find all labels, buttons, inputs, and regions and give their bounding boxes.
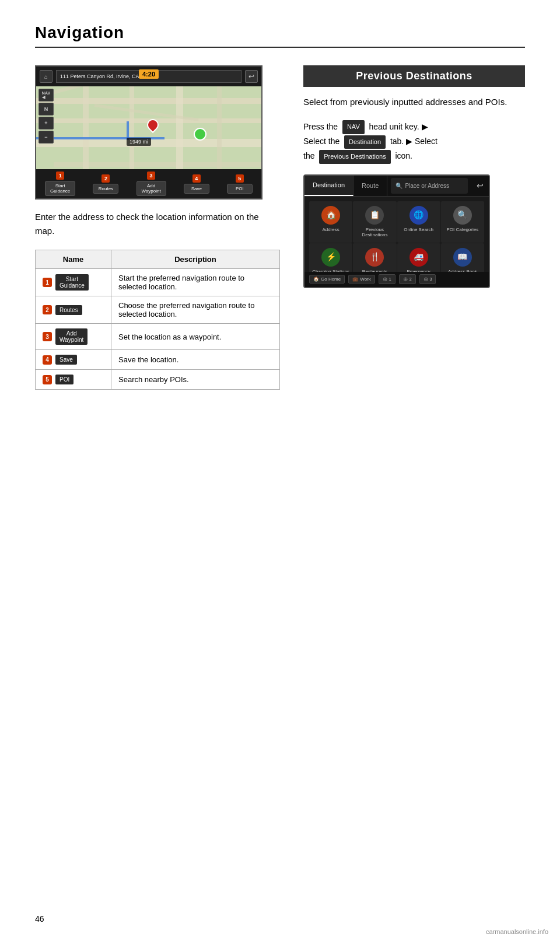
map-description: Enter the address to check the location … [35,210,280,238]
nav-icons-grid: 🏠 Address 📋 Previous Destinations 🌐 Onli… [304,197,489,284]
table-cell-desc-4: Save the location. [111,350,280,370]
right-column: Previous Destinations Select from previo… [303,65,525,288]
map-left-controls: NAV◀ N + − [38,89,54,144]
badge-number-3: 3 [43,332,52,341]
badge-number-4: 4 [43,355,52,365]
page-number: 46 [35,914,44,923]
table-header-description: Description [111,250,280,269]
instruction-select-prev-after: icon. [395,151,412,160]
nav-icon-online-search[interactable]: 🌐 Online Search [397,201,440,243]
previous-destinations-icon: 📋 [365,206,384,225]
nav-tab-destination[interactable]: Destination [304,176,354,196]
address-icon: 🏠 [321,206,340,225]
nav-search-bar[interactable]: 🔍 Place or Address [391,178,468,194]
nav-add-button-2[interactable]: ⊕ 2 [399,274,416,284]
poi-categories-label: POI Categories [447,227,479,233]
map-location-marker [147,119,159,134]
map-poi-btn[interactable]: 5 POI [227,174,253,194]
table-badge-5: 5 POI [43,375,104,384]
btn-tag-5: POI [55,375,74,384]
badge-number-1: 1 [43,278,52,287]
table-badge-2: 2 Routes [43,305,104,315]
table-cell-name-3: 3 AddWaypoint [36,324,111,350]
nav-badge: NAV [342,120,365,134]
table-badge-3: 3 AddWaypoint [43,328,104,345]
restaurants-icon: 🍴 [365,248,384,267]
instruction-text-1: Press the NAV head unit key. ▶ Select th… [303,120,525,164]
table-cell-desc-1: Start the preferred navigation route to … [111,269,280,296]
address-icon-label: Address [322,227,339,233]
map-destination-dot [194,128,206,141]
section-title: Previous Destinations [303,65,525,87]
nav-search-icon: 🔍 [396,183,402,189]
map-routes-btn[interactable]: 2 Routes [93,174,118,194]
page-header: Navigation [35,23,525,48]
instruction-press-nav-after: head unit key. ▶ [369,122,428,131]
nav-tab-route[interactable]: Route [354,176,387,196]
nav-add-button-3[interactable]: ⊕ 3 [419,274,436,284]
btn-tag-3: AddWaypoint [55,328,88,345]
left-column: ⌂ 111 Peters Canyon Rd, Irvine, CA 92606… [35,65,280,390]
nav-icon-poi-categories[interactable]: 🔍 POI Categories [441,201,484,243]
map-time-display: 4:20 [139,69,159,79]
nav-bottom-bar: 🏠 Go Home 💼 Work ⊕ 1 ⊕ 2 [304,272,489,287]
table-cell-desc-2: Choose the preferred navigation route to… [111,296,280,324]
prev-destinations-badge: Previous Destinations [319,150,390,164]
previous-dest-label: Previous Destinations [355,227,394,238]
btn-tag-2: Routes [55,305,82,315]
map-home-icon: ⌂ [40,70,52,83]
map-pin [145,117,161,133]
nav-work-button[interactable]: 💼 Work [348,275,375,284]
table-cell-desc-3: Set the location as a waypoint. [111,324,280,350]
map-addwaypoint-btn[interactable]: 3 AddWaypoint [136,172,166,196]
nav-add-button-1[interactable]: ⊕ 1 [379,274,396,284]
info-table: Name Description 1 StartGuidance Start t… [35,250,280,390]
table-cell-name-4: 4 Save [36,350,111,370]
destination-badge: Destination [344,135,386,149]
badge-number-5: 5 [43,375,52,384]
instruction-press-nav-before: Press the [303,122,338,131]
table-badge-1: 1 StartGuidance [43,274,104,291]
poi-categories-icon: 🔍 [453,206,472,225]
intro-text: Select from previously inputted addresse… [303,95,525,109]
table-header-name: Name [36,250,111,269]
map-plus-button[interactable]: + [38,117,54,130]
map-save-btn[interactable]: 4 Save [184,174,209,194]
nav-back-button[interactable]: ↩ [471,176,489,196]
nav-icon-address[interactable]: 🏠 Address [309,201,352,243]
table-row: 1 StartGuidance Start the preferred navi… [36,269,280,296]
map-nav-button[interactable]: NAV◀ [38,89,54,102]
table-badge-4: 4 Save [43,355,104,365]
nav-go-home-button[interactable]: 🏠 Go Home [309,275,345,284]
table-row: 5 POI Search nearby POIs. [36,370,280,390]
table-cell-name-2: 2 Routes [36,296,111,324]
map-minus-button[interactable]: − [38,131,54,144]
nav-screen-tabs: Destination Route 🔍 Place or Address ↩ [304,176,489,197]
table-cell-name-5: 5 POI [36,370,111,390]
table-row: 4 Save Save the location. [36,350,280,370]
charging-stations-icon: ⚡ [321,248,340,267]
table-cell-desc-5: Search nearby POIs. [111,370,280,390]
nav-icon-previous-dest[interactable]: 📋 Previous Destinations [353,201,396,243]
page-title: Navigation [35,23,124,41]
table-row: 3 AddWaypoint Set the location as a wayp… [36,324,280,350]
table-cell-name-1: 1 StartGuidance [36,269,111,296]
watermark: carmanualsonline.info [486,928,548,935]
map-container: ⌂ 111 Peters Canyon Rd, Irvine, CA 92606… [35,65,262,200]
map-bottom-bar: 1 StartGuidance 2 Routes 3 AddWaypoint 4… [36,169,261,198]
map-n-button[interactable]: N [38,103,54,116]
map-back-button[interactable]: ↩ [245,70,258,83]
instruction-select-dest-after: tab. ▶ Select [390,137,438,146]
badge-number-2: 2 [43,305,52,314]
nav-screen-image: Destination Route 🔍 Place or Address ↩ 🏠 [303,174,490,288]
nav-search-text: Place or Address [405,183,449,189]
instruction-select-dest-before: Select the [303,137,340,146]
online-search-icon: 🌐 [410,206,428,225]
btn-tag-4: Save [55,355,77,365]
map-start-btn[interactable]: 1 StartGuidance [45,172,75,196]
btn-tag-1: StartGuidance [55,274,89,291]
address-book-icon: 📖 [453,248,472,267]
online-search-label: Online Search [404,227,433,233]
table-row: 2 Routes Choose the preferred navigation… [36,296,280,324]
emergency-icon: 🚑 [410,248,428,267]
